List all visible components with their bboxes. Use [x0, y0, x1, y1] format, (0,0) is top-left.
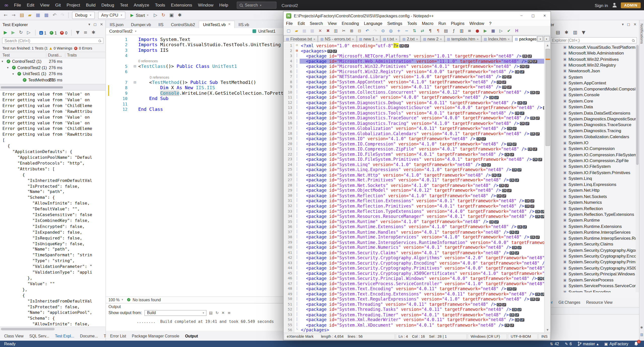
print-icon[interactable]: ▥: [332, 28, 340, 33]
zoom-out-icon[interactable]: −: [403, 28, 411, 33]
vs-menu-project[interactable]: Project: [64, 0, 83, 10]
tab-git-changes[interactable]: Git Changes: [556, 299, 583, 306]
scrollbar-thumb[interactable]: [545, 49, 550, 146]
column-test[interactable]: Test: [0, 53, 46, 57]
npp-menu-plugins[interactable]: Plugins: [448, 21, 467, 25]
open-file-icon[interactable]: ▰: [293, 28, 300, 33]
more-tools-icon[interactable]: ✱: [176, 11, 184, 20]
paste-icon[interactable]: ⊟: [355, 28, 363, 33]
output-messages-icon[interactable]: ▤: [209, 311, 213, 315]
npp-menu-view[interactable]: View: [325, 21, 339, 25]
codelens-references[interactable]: 0 references: [138, 59, 158, 64]
test-tree-row[interactable]: ▾ControlTest2 (1)276 ms: [0, 58, 106, 65]
scrollbar-thumb[interactable]: [1, 86, 63, 88]
npp-menu-search[interactable]: Search: [307, 21, 325, 25]
codelens-references[interactable]: 0 references: [138, 75, 169, 80]
npp-eol-format[interactable]: Windows (CR LF): [468, 333, 507, 339]
vs-menu-view[interactable]: View: [37, 0, 52, 10]
output-source-dropdown[interactable]: Build ▾: [144, 310, 207, 316]
replace-icon[interactable]: ◎: [387, 28, 395, 33]
panel-float-icon[interactable]: ◻: [94, 22, 97, 26]
tab-error-list[interactable]: Error List: [108, 332, 129, 339]
run-without-debugging-icon[interactable]: ▷: [152, 11, 159, 20]
npp-tab[interactable]: ▤NS - errors.txt✕: [318, 35, 356, 42]
tab-output[interactable]: Output: [183, 332, 200, 339]
npp-menu-language[interactable]: Language: [361, 21, 385, 25]
vs-menu-build[interactable]: Build: [83, 0, 98, 10]
scroll-up-icon[interactable]: ▲: [545, 42, 550, 47]
new-project-icon[interactable]: ▤: [18, 11, 26, 20]
npp-vertical-scrollbar[interactable]: ▲ ▼: [544, 42, 550, 332]
tab-class-view[interactable]: Class View: [2, 332, 26, 339]
zoom-in-icon[interactable]: +: [395, 28, 403, 33]
save-all-icon[interactable]: ▩: [308, 28, 316, 33]
undo-icon[interactable]: ↶: [364, 28, 371, 33]
npp-menu-encoding[interactable]: Encoding: [339, 21, 361, 25]
sign-in-link[interactable]: Sign in: [595, 3, 608, 8]
nav-forward-icon[interactable]: →: [10, 11, 18, 20]
npp-menu-edit[interactable]: Edit: [295, 21, 307, 25]
editor-tab[interactable]: UnitTest1.vb✕: [199, 21, 235, 28]
npp-tab[interactable]: ▤new 2✕: [421, 35, 445, 42]
document-map-icon[interactable]: ▥: [458, 28, 466, 33]
debug-tests-icon[interactable]: ▷: [25, 28, 32, 37]
close-tab-icon[interactable]: ✕: [476, 37, 479, 41]
repeat-last-run-icon[interactable]: ↻: [17, 28, 25, 37]
redo-icon[interactable]: ↷: [371, 28, 379, 33]
tab-scroll-right-icon[interactable]: ▸: [544, 36, 550, 41]
show-all-files-icon[interactable]: ▤: [554, 28, 562, 37]
filter-icon[interactable]: ▼: [74, 28, 82, 37]
npp-encoding[interactable]: UTF-8-BOM: [508, 333, 538, 339]
column-duration[interactable]: Durati...: [46, 53, 65, 57]
save-icon[interactable]: ▦: [300, 28, 308, 33]
npp-tab[interactable]: ▤template.htm✕: [445, 35, 481, 42]
macro-record-icon[interactable]: ●: [473, 28, 481, 33]
close-tab-icon[interactable]: ✕: [228, 23, 231, 26]
hot-reload-icon[interactable]: ↻: [159, 11, 168, 20]
maximize-button[interactable]: □: [527, 11, 539, 20]
close-tab-icon[interactable]: ✕: [376, 37, 378, 41]
group-by-icon[interactable]: ≡: [82, 28, 90, 37]
panel-dropdown-icon[interactable]: ▾: [88, 22, 90, 26]
save-icon[interactable]: ▦: [34, 11, 42, 20]
issues-indicator[interactable]: No issues found: [127, 298, 161, 302]
save-all-icon[interactable]: ▩: [42, 11, 51, 20]
status-pending-edits[interactable]: ✎6: [565, 341, 572, 346]
npp-tab[interactable]: ▤Firebase.txt✕: [284, 35, 318, 42]
notifications-tab[interactable]: Notifications: [640, 24, 644, 44]
npp-tab[interactable]: ▤2.txt✕: [400, 35, 421, 42]
editor-tab[interactable]: IIS.vb: [235, 21, 253, 28]
panel-close-icon[interactable]: ✕: [633, 22, 636, 26]
wrench-icon[interactable]: ✱: [640, 326, 643, 329]
test-tree-row[interactable]: ▾UnitTest1 (1)276 ms: [0, 71, 106, 77]
preview-selected-icon[interactable]: ▥: [571, 28, 579, 37]
sync-horizontal-icon[interactable]: ⇄: [418, 28, 426, 33]
npp-menu-help[interactable]: ?: [487, 21, 494, 25]
word-wrap-icon[interactable]: ¶: [426, 28, 434, 33]
npp-insert-mode[interactable]: INS: [538, 333, 550, 339]
test-detail-output[interactable]: Error getting value from 'Value' onError…: [0, 90, 106, 326]
find-icon[interactable]: ⊙: [379, 28, 387, 33]
start-debug-button[interactable]: ▶ Start ▾: [131, 13, 148, 18]
test-tree-row[interactable]: ▾ControlTest2 (1)276 ms: [0, 65, 106, 71]
vs-menu-tools[interactable]: Tools: [152, 0, 168, 10]
close-button[interactable]: ✕: [539, 11, 550, 20]
test-tree-row[interactable]: ▾TestMethod01276 ms: [0, 77, 106, 83]
test-settings-icon[interactable]: ✱: [90, 28, 98, 37]
passed-tests-count[interactable]: 1: [50, 30, 57, 35]
output-wrap-icon[interactable]: ↻: [216, 311, 219, 315]
macro-play-icon[interactable]: ▶: [481, 28, 489, 33]
vs-menu-test[interactable]: Test: [117, 0, 131, 10]
open-file-icon[interactable]: ▰: [26, 11, 33, 20]
highlight-icon[interactable]: H: [513, 28, 520, 33]
status-branch[interactable]: master ▴: [578, 341, 598, 346]
scrollbar-thumb[interactable]: [1, 328, 55, 330]
tab-scroll-left-icon[interactable]: ◂: [537, 36, 543, 41]
close-tab-icon[interactable]: ✕: [313, 37, 315, 41]
minimize-button[interactable]: ─: [516, 11, 527, 20]
vs-menu-window[interactable]: Window: [195, 0, 216, 10]
test-panel-splitter[interactable]: [0, 84, 106, 90]
failed-tests-count[interactable]: 0: [60, 30, 67, 35]
close-icon[interactable]: ✕: [316, 28, 324, 33]
vs-menu-debug[interactable]: Debug: [98, 0, 117, 10]
